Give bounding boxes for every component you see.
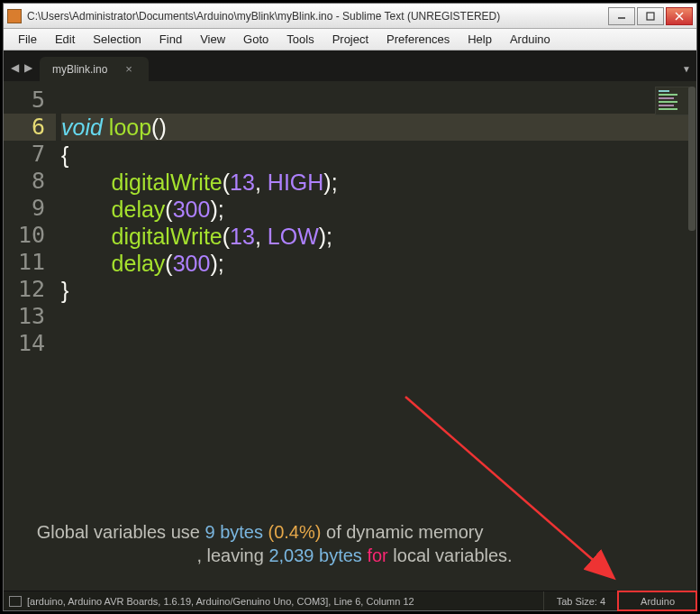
- scrollbar-thumb[interactable]: [688, 87, 695, 231]
- build-bytes-word: bytes: [319, 545, 362, 565]
- app-icon: [7, 9, 22, 23]
- status-syntax[interactable]: Arduino: [618, 591, 696, 610]
- line-number: 9: [4, 195, 45, 222]
- menu-help[interactable]: Help: [459, 31, 501, 48]
- status-panel-icon[interactable]: [9, 596, 22, 607]
- code-line[interactable]: [61, 331, 689, 358]
- line-number: 7: [4, 141, 45, 168]
- line-number: 5: [4, 87, 45, 114]
- menu-project[interactable]: Project: [323, 31, 377, 48]
- menu-edit[interactable]: Edit: [46, 31, 84, 48]
- code-line[interactable]: digitalWrite(13, HIGH);: [61, 169, 689, 196]
- menubar: FileEditSelectionFindViewGotoToolsProjec…: [4, 29, 696, 50]
- tab-nav-prev-icon[interactable]: ◀: [11, 61, 19, 74]
- app-window: C:\Users\Administrator\Documents\Arduino…: [3, 3, 697, 611]
- minimap[interactable]: [655, 87, 689, 115]
- minimize-icon: [617, 12, 626, 21]
- minimap-content: [659, 90, 686, 110]
- menu-file[interactable]: File: [9, 31, 46, 48]
- close-icon: [675, 12, 684, 21]
- statusbar: [arduino, Arduino AVR Boards, 1.6.19, Ar…: [4, 591, 696, 610]
- code-line[interactable]: delay(300);: [61, 250, 689, 277]
- build-pct: 0.4%: [274, 522, 315, 542]
- build-text: local variables.: [388, 545, 513, 565]
- tab-close-icon[interactable]: ×: [125, 62, 132, 76]
- tab-label: myBlink.ino: [52, 63, 107, 76]
- code-line[interactable]: }: [61, 277, 689, 304]
- code-line[interactable]: delay(300);: [61, 196, 689, 223]
- code-line[interactable]: {: [61, 142, 689, 169]
- editor[interactable]: 567891011121314 void loop(){ digitalWrit…: [4, 81, 696, 591]
- build-bytes: 9: [205, 522, 214, 542]
- scrollbar-vertical[interactable]: [687, 81, 696, 591]
- menu-find[interactable]: Find: [150, 31, 191, 48]
- build-text: , leaving: [196, 545, 268, 565]
- tab-nav: ◀ ▶: [9, 61, 40, 81]
- maximize-button[interactable]: [637, 7, 664, 25]
- titlebar[interactable]: C:\Users\Administrator\Documents\Arduino…: [4, 4, 696, 29]
- line-number: 10: [4, 222, 45, 249]
- menu-tools[interactable]: Tools: [277, 31, 323, 48]
- build-text: Global variables use: [37, 522, 205, 542]
- menu-goto[interactable]: Goto: [234, 31, 277, 48]
- code-line[interactable]: [61, 87, 689, 114]
- code-line[interactable]: [61, 304, 689, 331]
- code-line[interactable]: digitalWrite(13, LOW);: [61, 223, 689, 250]
- build-bytes-word: bytes: [220, 522, 263, 542]
- maximize-icon: [646, 12, 655, 21]
- build-output: Global variables use 9 bytes (0.4%) of d…: [22, 520, 687, 567]
- tab-overflow-icon[interactable]: ▼: [682, 64, 691, 74]
- minimize-button[interactable]: [608, 7, 635, 25]
- build-text: of dynamic memory: [321, 522, 483, 542]
- tabbar: ◀ ▶ myBlink.ino × ▼: [4, 50, 696, 81]
- menu-arduino[interactable]: Arduino: [501, 31, 559, 48]
- line-number: 13: [4, 303, 45, 330]
- line-number: 8: [4, 168, 45, 195]
- line-number: 11: [4, 249, 45, 276]
- titlebar-text: C:\Users\Administrator\Documents\Arduino…: [27, 10, 608, 23]
- menu-view[interactable]: View: [191, 31, 234, 48]
- menu-preferences[interactable]: Preferences: [377, 31, 459, 48]
- status-left[interactable]: [arduino, Arduino AVR Boards, 1.6.19, Ar…: [27, 596, 543, 607]
- svg-rect-1: [647, 13, 654, 20]
- line-number: 14: [4, 330, 45, 357]
- close-button[interactable]: [666, 7, 693, 25]
- menu-selection[interactable]: Selection: [84, 31, 150, 48]
- code-line[interactable]: void loop(): [61, 114, 689, 141]
- build-for: for: [367, 545, 387, 565]
- line-number: 6: [4, 114, 56, 141]
- build-num: 2,039: [268, 545, 314, 565]
- tab-nav-next-icon[interactable]: ▶: [24, 61, 32, 74]
- status-tab-size[interactable]: Tab Size: 4: [543, 591, 618, 610]
- line-number: 12: [4, 276, 45, 303]
- window-controls: [608, 7, 693, 25]
- file-tab[interactable]: myBlink.ino ×: [40, 57, 149, 81]
